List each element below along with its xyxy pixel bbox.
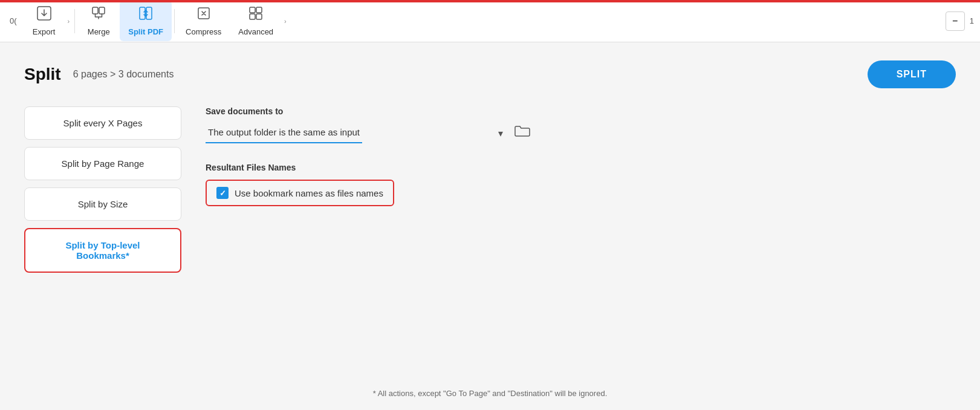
- chevron-right-2: ›: [284, 18, 287, 25]
- svg-rect-3: [140, 7, 145, 19]
- export-label: Export: [33, 27, 56, 36]
- split-page-range-button[interactable]: Split by Page Range: [24, 147, 181, 180]
- svg-rect-8: [250, 14, 255, 19]
- toolbar-item-compress[interactable]: Compress: [177, 1, 230, 41]
- svg-rect-9: [256, 14, 262, 19]
- page-number: 1: [970, 16, 974, 25]
- toolbar-partial: 0(: [6, 14, 21, 28]
- folder-icon: [514, 128, 531, 141]
- compress-icon: [196, 5, 212, 25]
- divider-1: [74, 9, 75, 33]
- content-area: Split every X Pages Split by Page Range …: [24, 106, 956, 392]
- split-pdf-icon: [138, 5, 154, 25]
- save-section: Save documents to The output folder is t…: [206, 106, 956, 143]
- split-options-panel: Split every X Pages Split by Page Range …: [24, 106, 181, 392]
- main-content: Split 6 pages > 3 documents SPLIT Split …: [0, 42, 980, 410]
- split-pdf-label: Split PDF: [128, 27, 163, 36]
- svg-rect-4: [146, 7, 152, 19]
- right-panel: Save documents to The output folder is t…: [206, 106, 956, 392]
- svg-rect-1: [92, 7, 98, 14]
- dropdown-wrapper: The output folder is the same as input: [206, 122, 508, 143]
- merge-label: Merge: [88, 27, 110, 36]
- svg-rect-2: [99, 7, 105, 14]
- page-title: Split: [24, 65, 61, 84]
- advanced-icon: [248, 5, 264, 25]
- compress-label: Compress: [186, 27, 221, 36]
- chevron-right-1: ›: [68, 18, 70, 25]
- export-icon: [36, 5, 52, 25]
- toolbar-item-split-pdf[interactable]: Split PDF: [120, 1, 172, 41]
- divider-2: [174, 9, 175, 33]
- split-every-x-button[interactable]: Split every X Pages: [24, 106, 181, 140]
- split-button[interactable]: SPLIT: [868, 60, 956, 88]
- svg-rect-7: [256, 7, 262, 13]
- merge-icon: [91, 5, 106, 25]
- checkbox-box: ✓: [216, 187, 229, 199]
- dropdown-row: The output folder is the same as input: [206, 122, 956, 143]
- page-subtitle: 6 pages > 3 documents: [73, 69, 174, 80]
- zoom-out-button[interactable]: −: [946, 11, 965, 31]
- split-bookmarks-button[interactable]: Split by Top-level Bookmarks*: [24, 228, 181, 273]
- svg-rect-6: [250, 7, 255, 13]
- toolbar-right: − 1: [946, 11, 974, 31]
- save-label: Save documents to: [206, 106, 956, 116]
- page-header: Split 6 pages > 3 documents SPLIT: [24, 60, 956, 88]
- toolbar: 0( Export › Merge Sp: [0, 0, 980, 42]
- bookmark-names-checkbox-row[interactable]: ✓ Use bookmark names as files names: [206, 180, 394, 206]
- checkbox-label: Use bookmark names as files names: [235, 188, 383, 198]
- footer-note: * All actions, except "Go To Page" and "…: [0, 389, 980, 398]
- resultant-section: Resultant Files Names ✓ Use bookmark nam…: [206, 163, 956, 206]
- toolbar-item-advanced[interactable]: Advanced: [230, 1, 282, 41]
- advanced-label: Advanced: [238, 27, 273, 36]
- split-size-button[interactable]: Split by Size: [24, 187, 181, 221]
- checkmark-icon: ✓: [219, 189, 226, 198]
- output-folder-select[interactable]: The output folder is the same as input: [206, 122, 362, 143]
- folder-browse-button[interactable]: [514, 124, 531, 142]
- resultant-label: Resultant Files Names: [206, 163, 956, 172]
- toolbar-item-merge[interactable]: Merge: [77, 1, 120, 41]
- toolbar-item-export[interactable]: Export: [23, 1, 65, 41]
